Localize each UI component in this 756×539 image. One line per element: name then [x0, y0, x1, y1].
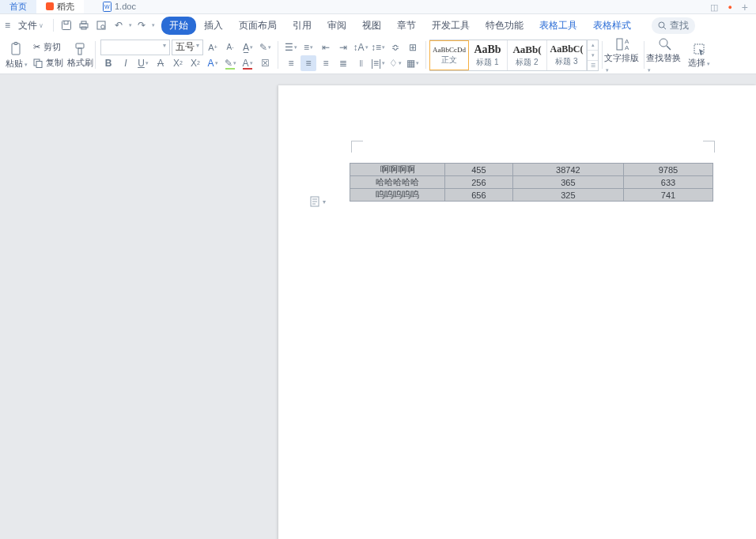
menu-tab-sections[interactable]: 章节 — [389, 17, 424, 35]
line-spacing-icon[interactable]: ↕≡ — [370, 40, 386, 55]
menu-tab-references[interactable]: 引用 — [285, 17, 319, 35]
format-painter-label: 格式刷 — [67, 57, 93, 69]
style-down-icon[interactable]: ▾ — [588, 51, 598, 61]
style-h2[interactable]: AaBb( 标题 2 — [508, 40, 547, 70]
style-h1[interactable]: AaBb 标题 1 — [468, 40, 508, 70]
text-effects-icon[interactable]: A — [205, 55, 221, 71]
save-icon[interactable] — [59, 17, 74, 33]
font-color-icon[interactable]: A — [240, 55, 255, 71]
font-size-select[interactable]: 五号 — [172, 40, 203, 55]
format-painter-button[interactable]: 格式刷 — [66, 36, 93, 74]
redo-icon[interactable]: ↷ — [134, 17, 149, 33]
menu-tab-table-styles[interactable]: 表格样式 — [585, 17, 639, 35]
decrease-indent-icon[interactable]: ⇤ — [318, 40, 334, 55]
align-center-icon[interactable]: ≡ — [301, 55, 316, 71]
style-expand-icon[interactable]: ☰ — [588, 61, 598, 70]
select-button[interactable]: 选择▾ — [684, 36, 714, 74]
column-spacing-icon[interactable]: |≡| — [370, 55, 386, 71]
menu-tab-review[interactable]: 审阅 — [319, 17, 354, 35]
paragraph-group: ☰ ≡ ⇤ ⇥ ↕A ↕≡ ≎ ⊞ ≡ ≡ ≡ ≣ ⫴ |≡| ♢ ▦ — [280, 36, 424, 74]
undo-icon[interactable]: ↶ — [111, 17, 127, 33]
copy-button[interactable]: 复制 — [33, 55, 63, 71]
cell[interactable]: 365 — [512, 176, 623, 189]
bullets-icon[interactable]: ☰ — [283, 40, 299, 55]
justify-icon[interactable]: ≣ — [335, 55, 351, 71]
tab-home[interactable]: 首页 — [0, 0, 36, 13]
menu-tab-page-layout[interactable]: 页面布局 — [231, 17, 285, 35]
para-tool2-icon[interactable]: ⊞ — [405, 40, 421, 55]
cell[interactable]: 256 — [445, 176, 513, 189]
grow-font-icon[interactable]: A+ — [205, 40, 221, 55]
text-layout-button[interactable]: AA 文字排版▾ — [604, 36, 642, 74]
search-box[interactable]: 查找 — [652, 17, 695, 34]
cell[interactable]: 741 — [623, 189, 713, 202]
style-up-icon[interactable]: ▴ — [588, 40, 598, 51]
menu-tab-table-tools[interactable]: 表格工具 — [531, 17, 585, 35]
para-tool1-icon[interactable]: ≎ — [387, 40, 403, 55]
cell[interactable]: 325 — [512, 189, 623, 202]
text-direction-icon[interactable]: ↕A — [353, 40, 369, 55]
svg-text:A: A — [625, 44, 629, 51]
separator — [95, 41, 96, 69]
unsaved-dot-icon: ● — [728, 3, 731, 11]
print-preview-icon[interactable] — [93, 17, 109, 33]
cell[interactable]: 633 — [623, 176, 713, 189]
numbering-icon[interactable]: ≡ — [301, 40, 316, 55]
char-border-icon[interactable]: ☒ — [257, 55, 273, 71]
shading-icon[interactable]: ♢ — [387, 55, 403, 71]
clear-format-icon[interactable]: ✎ — [257, 40, 273, 55]
document-page[interactable]: ▾ 啊啊啊啊 455 38742 9785 哈哈哈哈哈 256 365 633 … — [278, 85, 756, 539]
table-row[interactable]: 啊啊啊啊 455 38742 9785 — [350, 164, 713, 176]
table-row[interactable]: 哈哈哈哈哈 256 365 633 — [350, 176, 713, 189]
underline-icon[interactable]: U — [135, 55, 151, 71]
paste-button[interactable]: 粘贴▾ — [3, 36, 30, 74]
highlight-icon[interactable]: ✎ — [222, 55, 238, 71]
tab-document[interactable]: W 1.doc — [93, 0, 146, 13]
hamburger-icon[interactable]: ≡ — [5, 20, 10, 31]
cell[interactable]: 哈哈哈哈哈 — [350, 176, 445, 189]
data-table[interactable]: 啊啊啊啊 455 38742 9785 哈哈哈哈哈 256 365 633 呜呜… — [350, 163, 713, 202]
cell[interactable]: 啊啊啊啊 — [350, 164, 445, 176]
style-h3[interactable]: AaBbC( 标题 3 — [547, 40, 587, 70]
menu-tab-start[interactable]: 开始 — [161, 17, 196, 35]
borders-icon[interactable]: ▦ — [405, 55, 421, 71]
cell[interactable]: 455 — [445, 164, 513, 176]
cell[interactable]: 656 — [445, 189, 513, 202]
redo-drop[interactable]: ▾ — [152, 22, 155, 28]
style-h2-preview: AaBb( — [512, 43, 541, 56]
menu-tab-view[interactable]: 视图 — [354, 17, 389, 35]
increase-indent-icon[interactable]: ⇥ — [335, 40, 351, 55]
strikethrough-icon[interactable]: A — [153, 55, 168, 71]
cell[interactable]: 呜呜呜呜呜 — [350, 189, 445, 202]
page-indicator-icon[interactable]: ▾ — [310, 196, 326, 207]
print-icon[interactable] — [76, 17, 92, 33]
menu-tab-insert[interactable]: 插入 — [196, 17, 231, 35]
tab-docer[interactable]: 稻壳 — [36, 0, 84, 13]
superscript-icon[interactable]: X2 — [170, 55, 186, 71]
font-size-value: 五号 — [176, 40, 195, 54]
table-row[interactable]: 呜呜呜呜呜 656 325 741 — [350, 189, 713, 202]
subscript-icon[interactable]: X2 — [187, 55, 203, 71]
feedback-icon[interactable]: ◫ — [710, 2, 718, 13]
align-right-icon[interactable]: ≡ — [318, 55, 334, 71]
distributed-icon[interactable]: ⫴ — [353, 55, 369, 71]
new-tab-button[interactable]: + — [742, 1, 748, 13]
bold-icon[interactable]: B — [100, 55, 116, 71]
align-left-icon[interactable]: ≡ — [283, 55, 299, 71]
change-case-icon[interactable]: A̲ — [240, 40, 255, 55]
italic-icon[interactable]: I — [118, 55, 134, 71]
svg-rect-17 — [617, 39, 622, 50]
menu-tab-dev-tools[interactable]: 开发工具 — [424, 17, 478, 35]
file-menu[interactable]: 文件∨ — [13, 19, 48, 32]
menu-tab-features[interactable]: 特色功能 — [478, 17, 531, 35]
cell[interactable]: 38742 — [512, 164, 623, 176]
find-replace-button[interactable]: 查找替换▾ — [646, 36, 684, 74]
font-name-select[interactable] — [100, 40, 170, 55]
shrink-font-icon[interactable]: A- — [222, 40, 238, 55]
cut-label: 剪切 — [43, 41, 61, 53]
undo-drop[interactable]: ▾ — [129, 22, 132, 28]
cell[interactable]: 9785 — [623, 164, 713, 176]
cut-button[interactable]: ✂ 剪切 — [33, 40, 63, 55]
style-body[interactable]: AaBbCcDd 正文 — [429, 40, 469, 70]
style-h1-label: 标题 1 — [476, 57, 498, 68]
